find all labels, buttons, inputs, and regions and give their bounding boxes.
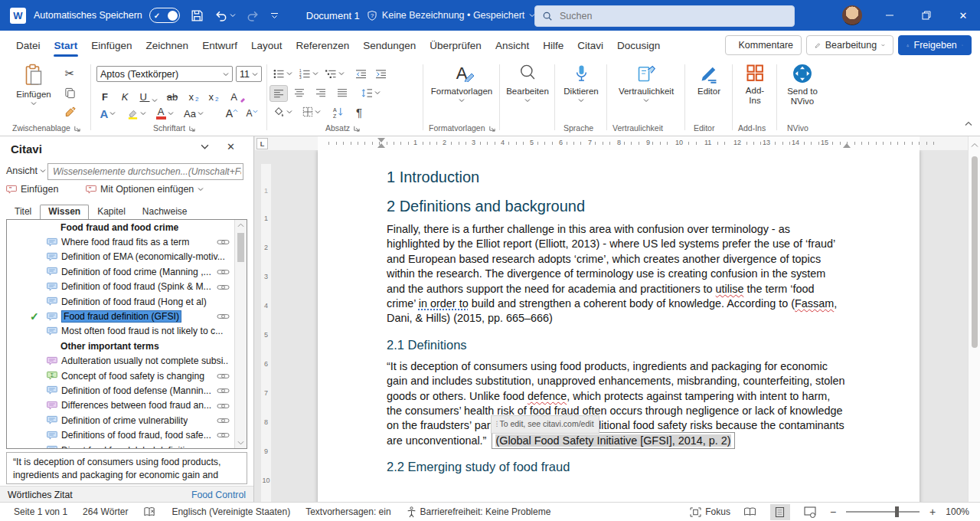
list-item[interactable]: Definition of food fraud (Hong et al)	[7, 294, 247, 309]
list-item[interactable]: Most often food fraud is not likely to c…	[7, 324, 247, 339]
justify-button[interactable]	[334, 85, 351, 100]
web-layout-button[interactable]	[800, 504, 820, 520]
highlight-color-button[interactable]	[124, 106, 149, 121]
dictate-button[interactable]: Diktieren	[559, 64, 603, 103]
tab-layout[interactable]: Layout	[244, 33, 289, 58]
quick-access-menu-icon[interactable]	[270, 12, 279, 19]
bullet-list-button[interactable]	[271, 66, 294, 81]
text-predictions-indicator[interactable]: Textvorhersagen: ein	[305, 506, 390, 517]
change-case-button[interactable]: Aa	[181, 106, 207, 121]
user-avatar[interactable]	[842, 5, 862, 25]
bold-button[interactable]: F	[96, 87, 113, 103]
horizontal-ruler[interactable]: L 123456789101112131415	[255, 136, 968, 150]
tab-einfügen[interactable]: Einfügen	[84, 33, 139, 58]
tab-überprüfen[interactable]: Überprüfen	[423, 33, 488, 58]
document-page[interactable]: 1 Introduction 2 Definitions and backgro…	[318, 150, 920, 502]
word-count[interactable]: 264 Wörter	[83, 506, 128, 517]
sort-button[interactable]: AZ	[329, 104, 346, 120]
document-scroll-zone[interactable]: 11234567891011 1 Introduction 2 Definiti…	[255, 150, 968, 502]
list-item[interactable]: ✓Food fraud definition (GFSI)	[7, 309, 247, 323]
styles-button[interactable]: A Formatvorlagen	[429, 64, 495, 103]
right-indent-marker[interactable]	[843, 143, 851, 148]
numbered-list-button[interactable]: 123	[297, 66, 320, 81]
panel-chevron-icon[interactable]	[201, 144, 209, 149]
zoom-out-button[interactable]: −	[830, 506, 836, 518]
addins-button[interactable]: Add-Ins	[737, 64, 773, 106]
dialog-launcher-icon[interactable]	[353, 125, 360, 132]
read-mode-button[interactable]	[740, 504, 760, 520]
citavi-insert-button[interactable]: ” Einfügen	[6, 184, 58, 195]
page-indicator[interactable]: Seite 1 von 1	[14, 506, 67, 517]
print-layout-button[interactable]	[770, 504, 790, 520]
tab-entwurf[interactable]: Entwurf	[195, 33, 244, 58]
source-link[interactable]: Food Control	[191, 490, 246, 500]
comments-button[interactable]: Kommentare	[725, 35, 802, 55]
tab-start[interactable]: Start	[47, 33, 85, 58]
borders-button[interactable]	[300, 104, 323, 120]
zoom-level[interactable]: 100%	[946, 506, 969, 517]
send-to-nvivo-button[interactable]: Send to NVivo	[781, 64, 824, 106]
list-item[interactable]: Where food fraud fits as a term	[7, 234, 247, 249]
multilevel-list-button[interactable]	[323, 66, 346, 81]
strikethrough-button[interactable]: ab	[164, 87, 181, 103]
list-item[interactable]: Adulteration usually not complete subsi.…	[7, 354, 247, 369]
list-item[interactable]: ΣConcept of food safety is changing	[7, 369, 247, 383]
word-app-icon[interactable]: W	[10, 8, 26, 24]
editing-mode-button[interactable]: Bearbeitung	[806, 35, 893, 55]
font-color-button[interactable]: A	[153, 106, 176, 121]
scrollbar-thumb[interactable]	[237, 233, 244, 262]
scroll-up-icon[interactable]	[971, 143, 978, 148]
citavi-tab-kapitel[interactable]: Kapitel	[89, 204, 134, 219]
search-box[interactable]	[534, 5, 795, 27]
dialog-launcher-icon[interactable]	[488, 125, 495, 132]
tab-referenzen[interactable]: Referenzen	[289, 33, 356, 58]
citation-field[interactable]: (Global Food Safety Initiative [GFSI], 2…	[492, 432, 734, 449]
list-item[interactable]: Definition of EMA (economically-motiv...	[7, 250, 247, 264]
tab-hilfe[interactable]: Hilfe	[536, 33, 570, 58]
italic-button[interactable]: K	[116, 87, 133, 103]
format-painter-button[interactable]	[61, 104, 78, 120]
font-name-select[interactable]: Aptos (Textkörper)	[96, 66, 233, 82]
citavi-tab-wissen[interactable]: Wissen	[40, 205, 89, 220]
tab-citavi[interactable]: Citavi	[570, 33, 610, 58]
citavi-list-scrollbar[interactable]	[234, 220, 247, 448]
zoom-slider-thumb[interactable]	[895, 506, 899, 517]
list-item[interactable]: Direct food fraud: label definiti...	[7, 443, 247, 449]
restore-button[interactable]	[910, 0, 943, 31]
tab-datei[interactable]: Datei	[9, 33, 47, 58]
minimize-button[interactable]	[873, 0, 906, 31]
list-item[interactable]: Definition of food crime (Manning ,...	[7, 264, 247, 279]
citavi-search-input[interactable]	[51, 165, 243, 178]
dialog-launcher-icon[interactable]	[188, 125, 195, 132]
pilcrow-button[interactable]: ¶	[351, 104, 368, 120]
tab-selector[interactable]: L	[256, 138, 268, 149]
underline-button[interactable]: U	[136, 87, 161, 103]
autosave-toggle[interactable]: ✓	[149, 8, 180, 23]
increase-indent-button[interactable]	[372, 66, 389, 81]
scrollbar-thumb[interactable]	[972, 156, 978, 348]
align-center-button[interactable]	[291, 85, 308, 100]
grow-font-button[interactable]: A	[224, 106, 240, 121]
copy-button[interactable]	[61, 85, 78, 100]
decrease-indent-button[interactable]	[352, 66, 369, 81]
accessibility-status[interactable]: Barrierefreiheit: Keine Probleme	[407, 506, 551, 518]
focus-mode-button[interactable]: Fokus	[690, 506, 730, 517]
close-button[interactable]: ✕	[946, 0, 980, 31]
editor-button[interactable]: Editor	[689, 64, 729, 97]
save-icon[interactable]	[191, 9, 204, 22]
shrink-font-button[interactable]: A	[243, 106, 260, 121]
editing-button[interactable]: Bearbeiten	[504, 64, 551, 103]
dialog-launcher-icon[interactable]	[74, 125, 80, 132]
search-input[interactable]	[558, 10, 753, 22]
citavi-search-box[interactable]	[47, 163, 243, 180]
tab-ansicht[interactable]: Ansicht	[488, 33, 536, 58]
first-line-indent-marker[interactable]	[377, 138, 385, 143]
shading-button[interactable]	[271, 104, 294, 120]
document-title-group[interactable]: Document 1 ? Keine Bezeichnung • Gespeic…	[306, 10, 536, 21]
list-item[interactable]: Definition of crime vulnerability	[7, 413, 247, 428]
subscript-button[interactable]: x2	[185, 87, 202, 103]
font-size-select[interactable]: 11	[236, 66, 262, 82]
panel-close-icon[interactable]: ✕	[227, 141, 235, 152]
paste-button[interactable]: Einfügen	[12, 64, 55, 106]
share-button[interactable]: Freigeben	[898, 35, 972, 55]
